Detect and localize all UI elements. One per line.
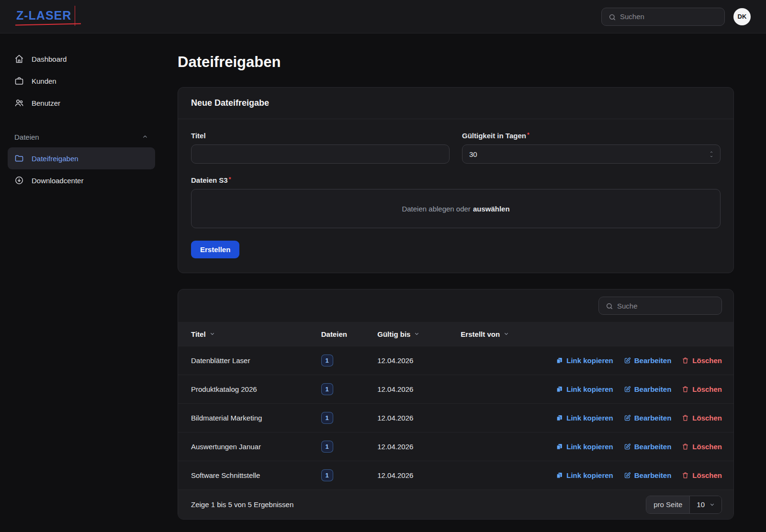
global-search-input[interactable] bbox=[620, 12, 718, 21]
delete-button[interactable]: Löschen bbox=[682, 385, 722, 393]
sidebar-item-label: Downloadcenter bbox=[32, 177, 83, 185]
new-share-card: Neue Dateifreigabe Titel Gültigkeit in T… bbox=[178, 87, 734, 273]
dropzone-text: Dateien ablegen oder bbox=[402, 205, 470, 213]
sidebar-item-kunden[interactable]: Kunden bbox=[8, 70, 155, 92]
folder-icon bbox=[14, 154, 24, 163]
copy-icon bbox=[556, 386, 563, 393]
table-row: Software Schnittstelle 1 12.04.2026 Link… bbox=[178, 461, 733, 489]
copy-link-button[interactable]: Link kopieren bbox=[556, 471, 613, 479]
row-title: Produktkatalog 2026 bbox=[191, 385, 321, 393]
row-title: Auswertungen Januar bbox=[191, 443, 321, 451]
table-row: Produktkatalog 2026 1 12.04.2026 Link ko… bbox=[178, 375, 733, 403]
edit-button[interactable]: Bearbeiten bbox=[624, 356, 672, 365]
validity-input[interactable] bbox=[469, 150, 709, 158]
table-header-row: Titel Dateien Gültig bis Erstellt von bbox=[178, 322, 733, 346]
delete-button[interactable]: Löschen bbox=[682, 356, 722, 365]
file-count-badge: 1 bbox=[321, 469, 333, 481]
create-button[interactable]: Erstellen bbox=[191, 241, 239, 258]
sidebar-item-dashboard[interactable]: Dashboard bbox=[8, 48, 155, 70]
chevron-down-icon bbox=[709, 501, 716, 508]
column-header-gueltig-bis[interactable]: Gültig bis bbox=[377, 330, 461, 338]
table-row: Auswertungen Januar 1 12.04.2026 Link ko… bbox=[178, 432, 733, 461]
sidebar-item-label: Dateifreigaben bbox=[32, 155, 79, 163]
delete-button[interactable]: Löschen bbox=[682, 443, 722, 451]
copy-link-button[interactable]: Link kopieren bbox=[556, 356, 613, 365]
trash-icon bbox=[682, 472, 689, 479]
required-marker: * bbox=[527, 132, 529, 138]
search-icon bbox=[608, 13, 615, 20]
sidebar-section-dateien[interactable]: Dateien bbox=[8, 126, 155, 147]
edit-button[interactable]: Bearbeiten bbox=[624, 443, 672, 451]
sidebar-item-dateifreigaben[interactable]: Dateifreigaben bbox=[8, 147, 155, 169]
avatar[interactable]: DK bbox=[733, 8, 751, 25]
sidebar-item-benutzer[interactable]: Benutzer bbox=[8, 92, 155, 114]
row-title: Datenblätter Laser bbox=[191, 356, 321, 365]
delete-button[interactable]: Löschen bbox=[682, 471, 722, 479]
edit-button[interactable]: Bearbeiten bbox=[624, 471, 672, 479]
row-valid-until: 12.04.2026 bbox=[377, 385, 461, 393]
required-marker: * bbox=[229, 176, 231, 183]
sidebar-item-label: Dashboard bbox=[32, 55, 67, 63]
sidebar: Dashboard Kunden Benutzer Dateien Dateif… bbox=[0, 33, 163, 532]
trash-icon bbox=[682, 414, 689, 421]
copy-icon bbox=[556, 414, 563, 421]
stepper-arrows-icon[interactable] bbox=[709, 150, 714, 158]
sidebar-section-label: Dateien bbox=[14, 133, 39, 141]
table-footer: Zeige 1 bis 5 von 5 Ergebnissen pro Seit… bbox=[178, 489, 733, 519]
edit-icon bbox=[624, 386, 631, 393]
trash-icon bbox=[682, 357, 689, 364]
chevron-down-icon bbox=[209, 331, 216, 337]
per-page-select[interactable]: 10 bbox=[689, 496, 721, 513]
per-page-control: pro Seite 10 bbox=[646, 496, 722, 514]
table-search-input[interactable] bbox=[617, 302, 715, 310]
results-summary: Zeige 1 bis 5 von 5 Ergebnissen bbox=[191, 500, 293, 509]
copy-link-button[interactable]: Link kopieren bbox=[556, 414, 613, 422]
search-icon bbox=[606, 302, 612, 309]
row-title: Software Schnittstelle bbox=[191, 471, 321, 479]
chevron-down-icon bbox=[414, 331, 420, 337]
delete-button[interactable]: Löschen bbox=[682, 414, 722, 422]
edit-button[interactable]: Bearbeiten bbox=[624, 414, 672, 422]
files-s3-label: Dateien S3* bbox=[191, 176, 721, 184]
titel-input[interactable] bbox=[191, 144, 450, 164]
titel-label: Titel bbox=[191, 132, 450, 140]
edit-icon bbox=[624, 357, 631, 364]
row-title: Bildmaterial Marketing bbox=[191, 414, 321, 422]
edit-icon bbox=[624, 414, 631, 421]
copy-link-button[interactable]: Link kopieren bbox=[556, 385, 613, 393]
file-count-badge: 1 bbox=[321, 441, 333, 453]
sidebar-item-label: Kunden bbox=[32, 77, 56, 85]
copy-icon bbox=[556, 472, 563, 479]
file-count-badge: 1 bbox=[321, 355, 333, 366]
chevron-down-icon bbox=[503, 331, 510, 337]
main-content: Dateifreigaben Neue Dateifreigabe Titel … bbox=[163, 33, 766, 532]
global-search[interactable] bbox=[601, 8, 725, 26]
row-valid-until: 12.04.2026 bbox=[377, 443, 461, 451]
edit-icon bbox=[624, 472, 631, 479]
sidebar-item-downloadcenter[interactable]: Downloadcenter bbox=[8, 169, 155, 191]
sidebar-item-label: Benutzer bbox=[32, 99, 60, 107]
row-valid-until: 12.04.2026 bbox=[377, 471, 461, 479]
download-icon bbox=[14, 176, 24, 185]
file-dropzone[interactable]: Dateien ablegen oder auswählen bbox=[191, 189, 721, 228]
home-icon bbox=[14, 54, 24, 64]
table-row: Bildmaterial Marketing 1 12.04.2026 Link… bbox=[178, 403, 733, 432]
card-title: Neue Dateifreigabe bbox=[178, 88, 733, 119]
column-header-erstellt-von[interactable]: Erstellt von bbox=[461, 330, 544, 338]
per-page-label: pro Seite bbox=[646, 496, 689, 513]
edit-icon bbox=[624, 443, 631, 450]
zlaser-logo[interactable]: Z-LASER bbox=[15, 7, 75, 26]
row-valid-until: 12.04.2026 bbox=[377, 356, 461, 365]
validity-stepper[interactable] bbox=[462, 144, 721, 164]
briefcase-icon bbox=[14, 76, 24, 86]
column-header-titel[interactable]: Titel bbox=[191, 330, 321, 338]
file-count-badge: 1 bbox=[321, 383, 333, 395]
trash-icon bbox=[682, 443, 689, 450]
validity-label: Gültigkeit in Tagen* bbox=[462, 132, 721, 140]
dropzone-select-link[interactable]: auswählen bbox=[473, 205, 510, 213]
shares-table-card: Titel Dateien Gültig bis Erstellt von bbox=[178, 289, 734, 520]
copy-link-button[interactable]: Link kopieren bbox=[556, 443, 613, 451]
edit-button[interactable]: Bearbeiten bbox=[624, 385, 672, 393]
table-search[interactable] bbox=[598, 297, 722, 315]
users-icon bbox=[14, 98, 24, 108]
